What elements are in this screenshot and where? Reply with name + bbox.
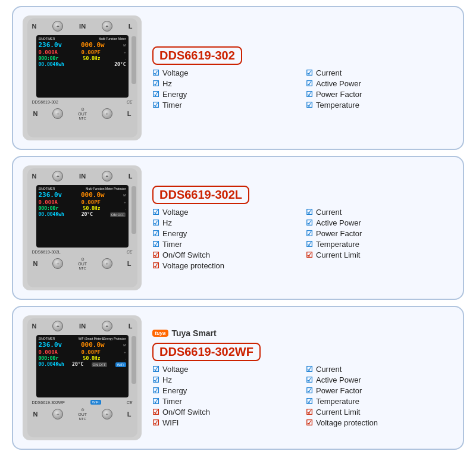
device-top-terminals: NINL xyxy=(27,168,137,184)
screen-freq: 50.0Hz xyxy=(83,206,101,211)
feature-label: WIFI xyxy=(162,418,178,427)
screen-brand: SINOTIMER xyxy=(39,187,55,190)
feature-item: ☑Power Factor xyxy=(306,90,453,99)
product-model-title: DDS6619-302WF xyxy=(152,343,261,361)
screw xyxy=(102,21,112,32)
screen-m-label: M xyxy=(123,193,126,197)
check-icon: ☑ xyxy=(152,218,159,227)
screen-onoff: ON OFF xyxy=(110,212,126,217)
feature-item: ☑Hz xyxy=(152,375,300,384)
screen-current: 0.000A xyxy=(39,199,58,205)
screen-voltage: 236.0v xyxy=(39,41,62,49)
screen-subtitle: Multi-Function Meter xyxy=(99,37,126,40)
feature-item: ☑Timer xyxy=(152,397,300,406)
screw xyxy=(52,171,63,181)
device-image: NINLSINOTIMERMulti-Function Meter236.0v0… xyxy=(23,15,142,140)
feature-label: Power Factor xyxy=(316,229,362,238)
screen-time: 000:00r xyxy=(39,206,59,211)
device-bottom-info: DDS6619-302WFWiFiCE xyxy=(27,399,137,406)
check-icon: ☑ xyxy=(306,418,313,427)
terminal-out: ⊙OUTNTC xyxy=(78,257,87,270)
feature-item: ☑Voltage xyxy=(152,68,300,77)
screen-row-time-freq: 000:00r50.0Hz- xyxy=(39,356,126,361)
device-top-terminals: NINL xyxy=(27,18,137,34)
product-model-title: DDS6619-302 xyxy=(152,46,242,65)
feature-label: Energy xyxy=(162,90,187,99)
check-icon: ☑ xyxy=(152,101,159,109)
feature-item: ☑Timer xyxy=(152,101,300,109)
device-top-terminals: NINL xyxy=(27,318,137,334)
screen-minus-label: - xyxy=(125,207,126,211)
screen-plus-label: + xyxy=(124,350,126,354)
screen-row-voltage-power: 236.0v000.0wM xyxy=(39,191,126,199)
device-bottom-info: DDS6619-302LCE xyxy=(27,249,137,255)
screw xyxy=(52,108,63,119)
screen-minus-label: - xyxy=(125,57,126,61)
check-icon: ☑ xyxy=(306,90,313,99)
terminal-l-bottom: L xyxy=(127,411,131,418)
feature-label: Voltage protection xyxy=(316,418,378,427)
check-icon: ☑ xyxy=(152,240,159,249)
screw xyxy=(52,21,63,32)
device-model-label: DDS6619-302WF xyxy=(32,400,65,405)
check-icon: ☑ xyxy=(152,365,159,374)
screen-m-label: M xyxy=(123,343,126,347)
screen-m-label: M xyxy=(123,43,126,47)
screw xyxy=(52,321,63,331)
feature-item: ☑Voltage xyxy=(152,365,300,374)
device-ce-label: CE xyxy=(127,400,133,405)
check-icon: ☑ xyxy=(306,240,313,249)
check-icon: ☑ xyxy=(306,218,313,227)
screen-voltage: 236.0v xyxy=(39,341,62,349)
feature-item: ☑Energy xyxy=(152,90,300,99)
screen-subtitle: WiFi Smart Meter&Energy Protector xyxy=(79,337,126,340)
device-body: NINLSINOTIMERMulti-Function Meter Protec… xyxy=(27,168,137,287)
terminal-l-bottom: L xyxy=(127,260,131,267)
screen-brand-row: SINOTIMERMulti-Function Meter Protector xyxy=(39,187,126,190)
check-icon: ☑ xyxy=(306,208,313,217)
tuya-text: Tuya Smart xyxy=(172,328,217,338)
screen-energy: 00.004Kwh xyxy=(39,212,64,217)
feature-label: Voltage xyxy=(162,208,188,217)
screen-row-voltage-power: 236.0v000.0wM xyxy=(39,41,126,49)
screen-row-current-pf: 0.000A0.00PF+ xyxy=(39,49,126,55)
feature-item: ☑Temperature xyxy=(306,101,453,109)
feature-label: Active Power xyxy=(316,375,361,384)
product-card-dds6619-302l: NINLSINOTIMERMulti-Function Meter Protec… xyxy=(12,156,464,300)
check-icon: ☑ xyxy=(306,229,313,238)
terminal-l-bottom: L xyxy=(127,110,131,117)
feature-label: Hz xyxy=(162,218,172,227)
check-icon: ☑ xyxy=(306,79,313,88)
check-icon: ☑ xyxy=(306,386,313,395)
check-icon: ☑ xyxy=(306,408,313,416)
device-screen: SINOTIMERWiFi Smart Meter&Energy Protect… xyxy=(36,335,129,397)
feature-label: Power Factor xyxy=(316,386,362,395)
screen-temp: 20°C xyxy=(82,212,93,217)
screw xyxy=(102,171,112,181)
feature-item: ☑Power Factor xyxy=(306,386,453,395)
feature-label: Active Power xyxy=(316,218,361,227)
device-bottom-screws: N⊙OUTNTCL xyxy=(27,105,137,122)
screen-onoff: ON OFF xyxy=(92,362,108,367)
device-image: NINLSINOTIMERWiFi Smart Meter&Energy Pro… xyxy=(23,315,142,440)
feature-label: Energy xyxy=(162,229,187,238)
product-card-dds6619-302: NINLSINOTIMERMulti-Function Meter236.0v0… xyxy=(12,6,464,150)
device-ce-label: CE xyxy=(127,250,133,254)
feature-item: ☑Current xyxy=(306,208,453,217)
feature-item: ☑Energy xyxy=(152,229,300,238)
device-body: NINLSINOTIMERMulti-Function Meter236.0v0… xyxy=(27,18,137,137)
feature-label: Active Power xyxy=(316,79,361,88)
feature-item: ☑WIFI xyxy=(152,418,300,427)
feature-label: Current xyxy=(316,68,342,77)
feature-label: Current xyxy=(316,208,342,217)
feature-item: ☑Active Power xyxy=(306,218,453,227)
feature-item: ☑Timer xyxy=(152,240,300,249)
screen-row-energy-temp: 00.004Kwh20°C xyxy=(39,62,126,67)
feature-label: Voltage protection xyxy=(162,261,224,270)
device-bottom-screws: N⊙OUTNTCL xyxy=(27,255,137,272)
check-icon: ☑ xyxy=(152,386,159,395)
screw xyxy=(102,321,112,331)
feature-label: Current Limit xyxy=(316,250,360,259)
terminal-l: L xyxy=(129,173,133,180)
screen-freq: 50.0Hz xyxy=(83,56,101,61)
